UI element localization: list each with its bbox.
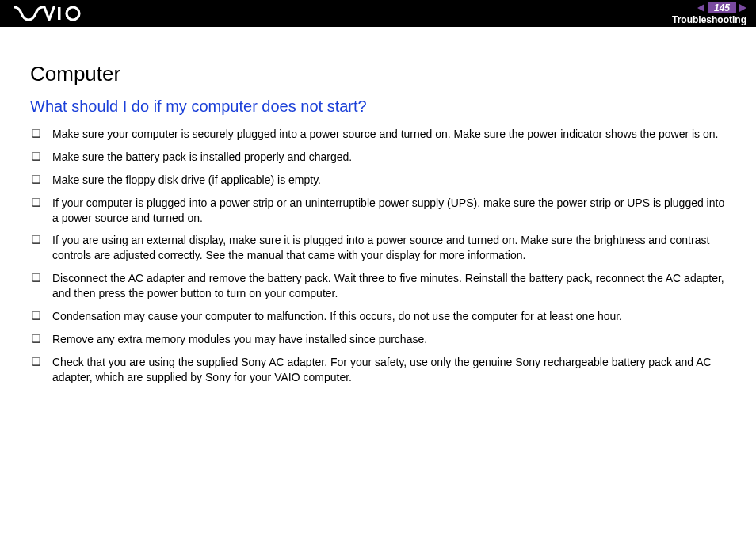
page-content: Computer What should I do if my computer… — [0, 27, 756, 385]
prev-page-arrow-icon[interactable] — [697, 4, 704, 12]
page-number: 145 — [708, 2, 736, 13]
page-subtitle: What should I do if my computer does not… — [30, 97, 729, 116]
list-item: Make sure the floppy disk drive (if appl… — [30, 173, 729, 188]
svg-point-1 — [67, 7, 79, 20]
section-label: Troubleshooting — [672, 15, 746, 25]
header-bar: 145 Troubleshooting — [0, 0, 756, 27]
page-title: Computer — [30, 62, 729, 86]
vaio-logo — [14, 6, 82, 21]
svg-rect-0 — [58, 7, 61, 20]
header-nav: 145 Troubleshooting — [672, 2, 746, 25]
list-item: Disconnect the AC adapter and remove the… — [30, 271, 729, 301]
list-item: Check that you are using the supplied So… — [30, 355, 729, 385]
list-item: Make sure the battery pack is installed … — [30, 150, 729, 165]
list-item: Condensation may cause your computer to … — [30, 309, 729, 324]
list-item: Make sure your computer is securely plug… — [30, 127, 729, 142]
page-nav: 145 — [697, 2, 746, 13]
bullet-list: Make sure your computer is securely plug… — [30, 127, 729, 385]
list-item: If your computer is plugged into a power… — [30, 196, 729, 226]
list-item: Remove any extra memory modules you may … — [30, 332, 729, 347]
next-page-arrow-icon[interactable] — [739, 4, 746, 12]
list-item: If you are using an external display, ma… — [30, 233, 729, 263]
